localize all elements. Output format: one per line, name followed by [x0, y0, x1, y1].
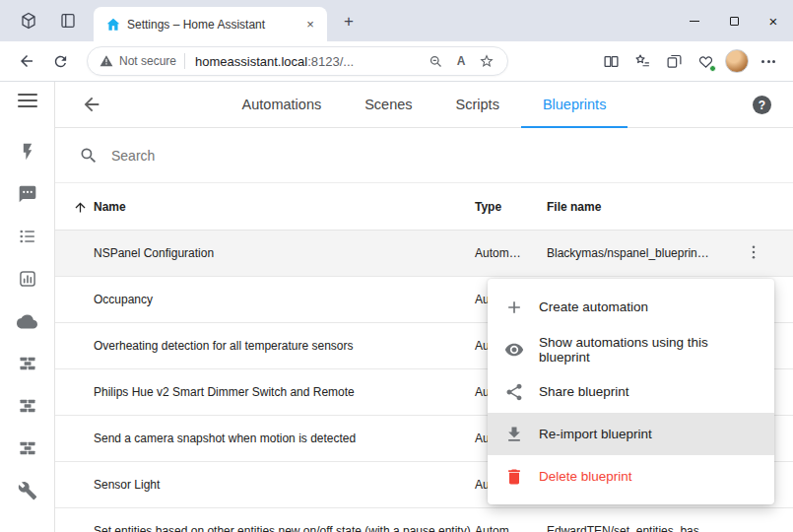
- sidebar-item-addons[interactable]: [17, 437, 38, 459]
- status-badge: [709, 65, 716, 72]
- menu-item-label: Create automation: [539, 299, 648, 314]
- sidebar-item-logbook[interactable]: [17, 183, 38, 205]
- search-input[interactable]: [111, 148, 427, 164]
- search-row: [55, 128, 793, 183]
- cell-name: Overheating detection for all temperatur…: [94, 339, 353, 353]
- tab-title: Settings – Home Assistant: [127, 18, 296, 32]
- maximize-icon: [730, 17, 739, 26]
- back-button[interactable]: [12, 46, 41, 76]
- url-text: homeassistant.local:8123/...: [195, 54, 423, 69]
- menu-item-share-blueprint[interactable]: Share blueprint: [488, 370, 774, 413]
- sidebar-item-integrations[interactable]: [17, 395, 38, 417]
- menu-item-label: Re-import blueprint: [539, 427, 652, 441]
- sidebar-item-todo-lists[interactable]: [17, 226, 38, 247]
- download-icon: [504, 425, 524, 444]
- browser-menu-icon[interactable]: [754, 46, 783, 76]
- cell-name: Set entities based on other entities new…: [94, 524, 471, 532]
- tab-favicon-home-assistant-icon: [105, 17, 121, 33]
- table-row[interactable]: NSPanel Configuration Autom… Blackymas/n…: [55, 231, 793, 277]
- menu-item-label: Share blueprint: [539, 384, 629, 399]
- share-icon: [504, 382, 524, 402]
- cell-name: NSPanel Configuration: [94, 246, 214, 260]
- cell-name: Philips Hue v2 Smart Dimmer Switch and R…: [94, 385, 355, 399]
- search-icon: [79, 146, 99, 166]
- security-label: Not secure: [119, 54, 176, 68]
- window-close-button[interactable]: ×: [754, 0, 793, 41]
- ha-sidebar: [0, 82, 55, 532]
- close-icon: ×: [769, 14, 778, 29]
- window-maximize-button[interactable]: [714, 0, 754, 41]
- sidebar-item-settings[interactable]: [17, 480, 38, 501]
- avatar: [725, 49, 749, 73]
- sidebar-item-devices[interactable]: [17, 353, 38, 374]
- profile-avatar[interactable]: [722, 46, 752, 76]
- cell-name: Sensor Light: [94, 478, 160, 492]
- tab-scenes[interactable]: Scenes: [343, 82, 433, 128]
- browser-tab[interactable]: Settings – Home Assistant ×: [94, 7, 327, 41]
- sort-ascending-icon[interactable]: [73, 200, 88, 215]
- sidebar-item-history[interactable]: [17, 268, 38, 290]
- cell-file: EdwardTEN/set_entities_bas…: [547, 524, 711, 532]
- sidebar-menu-icon[interactable]: [18, 94, 37, 107]
- menu-item-label: Delete blueprint: [539, 469, 632, 484]
- row-overflow-menu-icon[interactable]: [745, 243, 762, 261]
- zoom-icon[interactable]: [423, 48, 448, 74]
- plus-icon: [504, 298, 524, 317]
- browser-titlebar: Settings – Home Assistant × + ×: [0, 0, 793, 41]
- menu-item-create-automation[interactable]: Create automation: [488, 286, 774, 328]
- browser-essentials-icon[interactable]: [691, 46, 720, 76]
- column-header-file[interactable]: File name: [547, 200, 601, 214]
- menu-item-label: Show automations using this blueprint: [539, 335, 760, 365]
- browser-address-bar: Not secure homeassistant.local:8123/... …: [0, 41, 793, 82]
- table-row[interactable]: Set entities based on other entities new…: [55, 508, 793, 532]
- column-header-name[interactable]: Name: [94, 200, 126, 214]
- help-button[interactable]: ?: [753, 96, 771, 114]
- window-minimize-button[interactable]: [675, 0, 714, 41]
- cell-type: Autom…: [475, 246, 521, 260]
- blueprint-nav-tabs: Automations Scenes Scripts Blueprints: [55, 82, 793, 128]
- tab-automations[interactable]: Automations: [221, 82, 344, 128]
- vertical-tabs-icon[interactable]: [53, 6, 83, 35]
- split-screen-icon[interactable]: [596, 46, 626, 76]
- favorites-hub-icon[interactable]: [628, 46, 657, 76]
- ellipsis-icon: [761, 60, 775, 63]
- new-tab-button[interactable]: +: [337, 10, 361, 33]
- eye-icon: [504, 340, 524, 360]
- ha-header: Automations Scenes Scripts Blueprints ?: [55, 82, 793, 128]
- menu-item-reimport-blueprint[interactable]: Re-import blueprint: [488, 413, 774, 455]
- divider: [184, 53, 185, 69]
- read-aloud-icon[interactable]: A: [448, 48, 474, 74]
- menu-item-show-automations[interactable]: Show automations using this blueprint: [488, 328, 774, 370]
- table-header: Name Type File name: [55, 183, 793, 231]
- tab-close-icon[interactable]: ×: [301, 16, 319, 33]
- favorite-star-icon[interactable]: [474, 48, 499, 74]
- tab-scripts[interactable]: Scripts: [434, 82, 521, 128]
- cell-name: Occupancy: [94, 293, 153, 306]
- column-header-type[interactable]: Type: [475, 200, 501, 214]
- refresh-button[interactable]: [45, 46, 75, 76]
- minimize-icon: [690, 21, 699, 22]
- sidebar-item-energy[interactable]: [17, 141, 38, 163]
- cell-name: Send a camera snapshot when motion is de…: [94, 432, 356, 445]
- cell-file: Blackymas/nspanel_blueprin…: [547, 246, 709, 260]
- blueprint-context-menu: Create automation Show automations using…: [488, 279, 774, 504]
- not-secure-warning-icon: [99, 54, 113, 68]
- trash-icon: [504, 467, 524, 487]
- menu-item-delete-blueprint[interactable]: Delete blueprint: [488, 455, 774, 498]
- tab-blueprints[interactable]: Blueprints: [521, 82, 628, 128]
- cell-type: Autom…: [475, 524, 521, 532]
- workspaces-icon[interactable]: [14, 6, 43, 35]
- collections-icon[interactable]: [659, 46, 689, 76]
- address-bar-url-field[interactable]: Not secure homeassistant.local:8123/... …: [87, 46, 508, 76]
- sidebar-item-cloud[interactable]: [17, 310, 38, 332]
